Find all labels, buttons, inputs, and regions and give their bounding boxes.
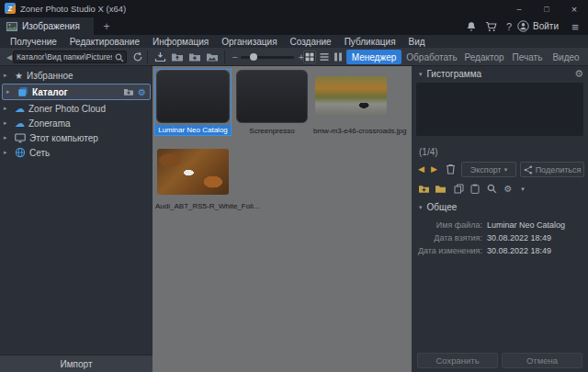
more-actions-button[interactable]: ▾	[516, 183, 529, 195]
field-filename: Имя файла: Luminar Neo Catalog	[415, 219, 584, 231]
app-window: Z Zoner Photo Studio X (x64) – □ × Изобр…	[0, 0, 588, 372]
mode-tab-develop[interactable]: Обработать	[404, 50, 459, 64]
info-panel: ▾ Гистограмма ⚙ (1/4) ◀ ▶ Экспорт ▾ Поде…	[412, 66, 588, 372]
login-button[interactable]: Войти	[517, 19, 559, 33]
metadata-fields: Имя файла: Luminar Neo Catalog Дата взят…	[415, 219, 584, 257]
columns-icon	[334, 52, 343, 62]
field-label: Дата изменения:	[415, 246, 487, 255]
delete-button[interactable]	[446, 163, 456, 175]
export-button[interactable]: Экспорт ▾	[461, 162, 516, 177]
expand-icon[interactable]: ▸	[4, 134, 11, 141]
app-menu-button[interactable]: ≡	[568, 20, 582, 33]
magnifier-icon	[487, 184, 497, 194]
sidebar-item-network[interactable]: ▸ Сеть	[0, 145, 153, 160]
browse-folder-button[interactable]	[205, 51, 220, 63]
sidebar-item-catalog[interactable]: ▸ Каталог ⚙	[2, 84, 151, 100]
copy-button[interactable]	[452, 183, 465, 195]
clipboard-icon	[470, 184, 480, 194]
view-list-button[interactable]	[318, 51, 331, 63]
sidebar-item-label: Каталог	[32, 87, 68, 97]
preview-zoom-button[interactable]	[485, 183, 498, 195]
view-thumbnails-button[interactable]	[303, 51, 316, 63]
add-folder-button[interactable]	[123, 87, 134, 96]
import-from-device-button[interactable]	[153, 51, 167, 63]
thumbnail-label: Screenpresso	[234, 127, 310, 135]
notifications-button[interactable]	[464, 20, 479, 33]
histogram-section-header[interactable]: ▾ Гистограмма	[419, 69, 481, 79]
close-button[interactable]: ×	[560, 0, 588, 17]
save-button[interactable]: Сохранить	[417, 353, 498, 368]
view-columns-button[interactable]	[332, 51, 345, 63]
maximize-button[interactable]: □	[533, 0, 560, 17]
cart-icon	[485, 21, 497, 32]
tab-label: Изображения	[22, 21, 80, 31]
menu-item-publish[interactable]: Публикация	[338, 37, 402, 47]
expand-icon[interactable]: ▸	[6, 88, 14, 96]
thumbnail-screenpresso[interactable]: Screenpresso	[234, 70, 310, 135]
sidebar-item-zoner-photo-cloud[interactable]: ▸ ☁ Zoner Photo Cloud	[0, 101, 153, 116]
mode-tab-manager[interactable]: Менеджер	[346, 50, 401, 64]
import-label: Импорт	[61, 359, 93, 369]
thumbnail-audi-photo[interactable]: Audi_ABT_RS5-R_White_Foli...	[155, 149, 231, 210]
new-folder-button[interactable]	[187, 51, 202, 63]
move-to-folder-button[interactable]	[434, 183, 447, 195]
paste-button[interactable]	[469, 183, 481, 195]
address-input[interactable]	[17, 51, 112, 62]
folder-up-button[interactable]	[170, 51, 185, 63]
collapse-icon[interactable]: ▾	[419, 204, 423, 211]
photo-thumbnail	[157, 149, 229, 195]
previous-button[interactable]: ◀	[418, 164, 424, 174]
share-button[interactable]: Поделиться	[520, 162, 584, 177]
import-button[interactable]: Импорт	[0, 355, 153, 372]
pictures-icon	[6, 22, 17, 31]
menu-item-organize[interactable]: Организация	[215, 37, 283, 47]
mode-tab-editor[interactable]: Редактор	[462, 50, 506, 64]
search-icon[interactable]	[115, 53, 124, 62]
trash-icon	[446, 163, 456, 175]
cloud-icon: ☁	[15, 103, 25, 115]
minimize-button[interactable]: –	[505, 0, 533, 17]
panel-settings-gear-icon[interactable]: ⚙	[574, 68, 583, 80]
menu-item-create[interactable]: Создание	[284, 37, 338, 47]
histogram-display	[416, 83, 583, 136]
collapse-icon[interactable]: ▾	[419, 71, 423, 78]
expand-icon[interactable]: ▸	[4, 119, 11, 127]
cancel-button[interactable]: Отмена	[502, 353, 582, 368]
sidebar-item-favorites[interactable]: ▸ ★ Избранное	[0, 68, 153, 83]
next-button[interactable]: ▶	[431, 164, 437, 174]
mode-tab-print[interactable]: Печать	[509, 50, 546, 64]
browser-content[interactable]: Luminar Neo Catalog Screenpresso bmw-m3-…	[153, 66, 412, 372]
menu-item-information[interactable]: Информация	[146, 37, 215, 47]
general-section-header[interactable]: ▾ Общее	[419, 202, 457, 212]
sidebar-item-zonerama[interactable]: ▸ ☁ Zonerama	[0, 116, 153, 130]
expand-icon[interactable]: ▸	[4, 72, 11, 79]
mode-tab-video[interactable]: Видео	[548, 50, 583, 64]
thumbnails-icon	[305, 52, 314, 62]
tools-gear-icon[interactable]: ⚙	[502, 183, 514, 195]
menu-item-acquire[interactable]: Получение	[4, 37, 63, 47]
thumbnail-bmw-photo[interactable]: bmw-m3-e46-crossroads.jpg	[313, 70, 389, 135]
share-label: Поделиться	[536, 165, 582, 175]
new-tab-button[interactable]: +	[99, 19, 114, 33]
address-bar[interactable]	[13, 51, 127, 63]
new-subfolder-button[interactable]	[417, 183, 430, 195]
menu-item-view[interactable]: Вид	[402, 37, 432, 47]
field-value: 30.08.2022 18:49	[487, 246, 551, 255]
refresh-icon	[132, 51, 143, 62]
help-button[interactable]: ?	[502, 20, 516, 33]
selection-counter: (1/4)	[419, 147, 438, 157]
sidebar-item-this-computer[interactable]: ▸ Этот компьютер	[0, 130, 153, 145]
catalog-settings-gear-icon[interactable]: ⚙	[138, 87, 146, 97]
zonerama-icon: ☁	[15, 118, 25, 130]
expand-icon[interactable]: ▸	[4, 105, 11, 112]
thumbnail-luminar-neo-catalog[interactable]: Luminar Neo Catalog	[155, 70, 231, 135]
menu-item-edit[interactable]: Редактирование	[63, 37, 146, 47]
expand-icon[interactable]: ▸	[4, 149, 11, 156]
sidebar: ▸ ★ Избранное ▸ Каталог ⚙ ▸ ☁	[0, 66, 153, 372]
refresh-button[interactable]	[130, 51, 145, 63]
tab-images[interactable]: Изображения	[0, 17, 94, 35]
star-icon: ★	[15, 71, 23, 81]
cart-button[interactable]	[483, 20, 498, 33]
zoom-slider-thumb[interactable]	[250, 53, 257, 61]
zoom-slider[interactable]	[241, 56, 294, 59]
